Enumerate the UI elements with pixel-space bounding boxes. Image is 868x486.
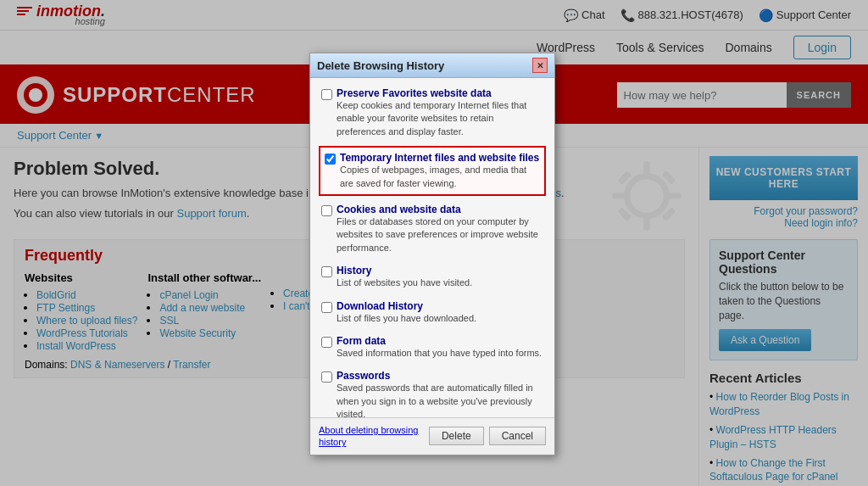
- modal-item-form: Form data Saved information that you hav…: [319, 332, 546, 362]
- delete-button[interactable]: Delete: [429, 427, 484, 445]
- passwords-title: Passwords: [337, 370, 543, 382]
- modal-item-preserve: Preserve Favorites website data Keep coo…: [319, 85, 546, 141]
- modal-footer: About deleting browsing history Delete C…: [310, 417, 554, 455]
- history-desc: List of websites you have visited.: [337, 277, 472, 289]
- cookies-title: Cookies and website data: [337, 204, 543, 215]
- temp-files-checkbox[interactable]: [325, 154, 336, 165]
- modal-item-cookies: Cookies and website data Files or databa…: [319, 201, 546, 257]
- download-desc: List of files you have downloaded.: [337, 312, 476, 325]
- form-desc: Saved information that you have typed in…: [337, 347, 542, 360]
- cookies-checkbox[interactable]: [321, 205, 332, 216]
- modal-item-download: Download History List of files you have …: [319, 298, 546, 327]
- download-checkbox[interactable]: [321, 302, 332, 313]
- history-title: History: [337, 265, 472, 277]
- form-title: Form data: [337, 335, 542, 347]
- preserve-checkbox[interactable]: [321, 89, 332, 100]
- temp-files-title: Temporary Internet files and website fil…: [340, 152, 540, 164]
- passwords-desc: Saved passwords that are automatically f…: [337, 382, 543, 417]
- preserve-desc: Keep cookies and temporary Internet file…: [337, 99, 543, 138]
- modal-title-bar: Delete Browsing History ✕: [310, 53, 554, 78]
- download-title: Download History: [337, 300, 476, 312]
- modal-item-passwords: Passwords Saved passwords that are autom…: [319, 367, 546, 417]
- cancel-button[interactable]: Cancel: [489, 427, 546, 445]
- modal-item-history: History List of websites you have visite…: [319, 262, 546, 292]
- about-link[interactable]: About deleting browsing history: [319, 424, 420, 449]
- passwords-checkbox[interactable]: [321, 371, 332, 383]
- modal-item-temp-files: Temporary Internet files and website fil…: [319, 146, 546, 196]
- delete-browsing-history-modal: Delete Browsing History ✕ Preserve Favor…: [309, 53, 555, 455]
- preserve-title: Preserve Favorites website data: [337, 87, 543, 99]
- form-checkbox[interactable]: [321, 337, 332, 348]
- modal-close-button[interactable]: ✕: [532, 58, 548, 73]
- modal-body: Preserve Favorites website data Keep coo…: [310, 78, 554, 417]
- temp-files-desc: Copies of webpages, images, and media th…: [340, 164, 540, 190]
- cookies-desc: Files or databases stored on your comput…: [337, 215, 543, 254]
- history-checkbox[interactable]: [321, 266, 332, 277]
- modal-title: Delete Browsing History: [317, 59, 444, 72]
